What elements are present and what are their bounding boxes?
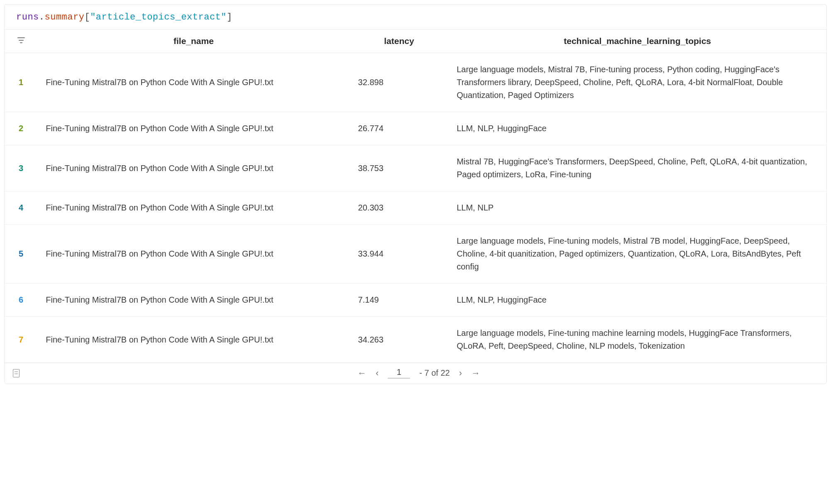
cell-latency: 20.303 xyxy=(350,191,449,225)
last-page-arrow-icon[interactable]: → xyxy=(471,369,480,378)
column-header-latency[interactable]: latency xyxy=(350,29,449,53)
cell-topics: Large language models, Fine-tuning machi… xyxy=(448,317,826,363)
page-range: - 7 of 22 xyxy=(419,368,450,378)
cell-file-name: Fine-Tuning Mistral7B on Python Code Wit… xyxy=(37,284,350,317)
cell-latency: 33.944 xyxy=(350,225,449,284)
cell-topics: LLM, NLP xyxy=(448,191,826,225)
cell-file-name: Fine-Tuning Mistral7B on Python Code Wit… xyxy=(37,191,350,225)
cell-file-name: Fine-Tuning Mistral7B on Python Code Wit… xyxy=(37,225,350,284)
table-row[interactable]: 3 Fine-Tuning Mistral7B on Python Code W… xyxy=(5,145,826,191)
cell-topics: Mistral 7B, HuggingFace's Transformers, … xyxy=(448,145,826,191)
row-index: 7 xyxy=(5,317,37,363)
row-index: 1 xyxy=(5,53,37,112)
cell-latency: 7.149 xyxy=(350,284,449,317)
results-table: file_name latency technical_machine_lear… xyxy=(5,29,826,363)
cell-latency: 34.263 xyxy=(350,317,449,363)
prev-page-chevron-icon[interactable]: ‹ xyxy=(376,369,379,378)
cell-file-name: Fine-Tuning Mistral7B on Python Code Wit… xyxy=(37,145,350,191)
table-row[interactable]: 1 Fine-Tuning Mistral7B on Python Code W… xyxy=(5,53,826,112)
cell-topics: Large language models, Mistral 7B, Fine-… xyxy=(448,53,826,112)
first-page-arrow-icon[interactable]: ← xyxy=(357,369,367,378)
cell-topics: LLM, NLP, HuggingFace xyxy=(448,284,826,317)
row-index: 3 xyxy=(5,145,37,191)
cell-topics: LLM, NLP, HuggingFace xyxy=(448,112,826,145)
table-row[interactable]: 5 Fine-Tuning Mistral7B on Python Code W… xyxy=(5,225,826,284)
table-header-row: file_name latency technical_machine_lear… xyxy=(5,29,826,53)
code-expression: runs.summary["article_topics_extract"] xyxy=(5,5,826,29)
row-index: 4 xyxy=(5,191,37,225)
cell-latency: 32.898 xyxy=(350,53,449,112)
table-row[interactable]: 6 Fine-Tuning Mistral7B on Python Code W… xyxy=(5,284,826,317)
cell-file-name: Fine-Tuning Mistral7B on Python Code Wit… xyxy=(37,53,350,112)
code-key: "article_topics_extract" xyxy=(90,12,227,22)
column-header-file-name[interactable]: file_name xyxy=(37,29,350,53)
cell-latency: 26.774 xyxy=(350,112,449,145)
column-header-topics[interactable]: technical_machine_learning_topics xyxy=(448,29,826,53)
filter-header[interactable] xyxy=(5,29,37,53)
row-index: 2 xyxy=(5,112,37,145)
table-row[interactable]: 7 Fine-Tuning Mistral7B on Python Code W… xyxy=(5,317,826,363)
table-footer: ← ‹ 1 - 7 of 22 › → xyxy=(5,363,826,384)
results-panel: runs.summary["article_topics_extract"] f… xyxy=(4,4,827,384)
row-index: 6 xyxy=(5,284,37,317)
cell-latency: 38.753 xyxy=(350,145,449,191)
table-row[interactable]: 4 Fine-Tuning Mistral7B on Python Code W… xyxy=(5,191,826,225)
cell-file-name: Fine-Tuning Mistral7B on Python Code Wit… xyxy=(37,112,350,145)
page-number-input[interactable]: 1 xyxy=(388,367,410,379)
code-ident: runs xyxy=(16,12,39,22)
pagination: ← ‹ 1 - 7 of 22 › → xyxy=(357,367,480,379)
notes-icon[interactable] xyxy=(13,369,20,377)
results-table-wrap: file_name latency technical_machine_lear… xyxy=(5,29,826,363)
row-index: 5 xyxy=(5,225,37,284)
cell-file-name: Fine-Tuning Mistral7B on Python Code Wit… xyxy=(37,317,350,363)
filter-icon xyxy=(17,37,25,44)
cell-topics: Large language models, Fine-tuning model… xyxy=(448,225,826,284)
next-page-chevron-icon[interactable]: › xyxy=(459,369,462,378)
table-row[interactable]: 2 Fine-Tuning Mistral7B on Python Code W… xyxy=(5,112,826,145)
code-attr: summary xyxy=(45,12,85,22)
